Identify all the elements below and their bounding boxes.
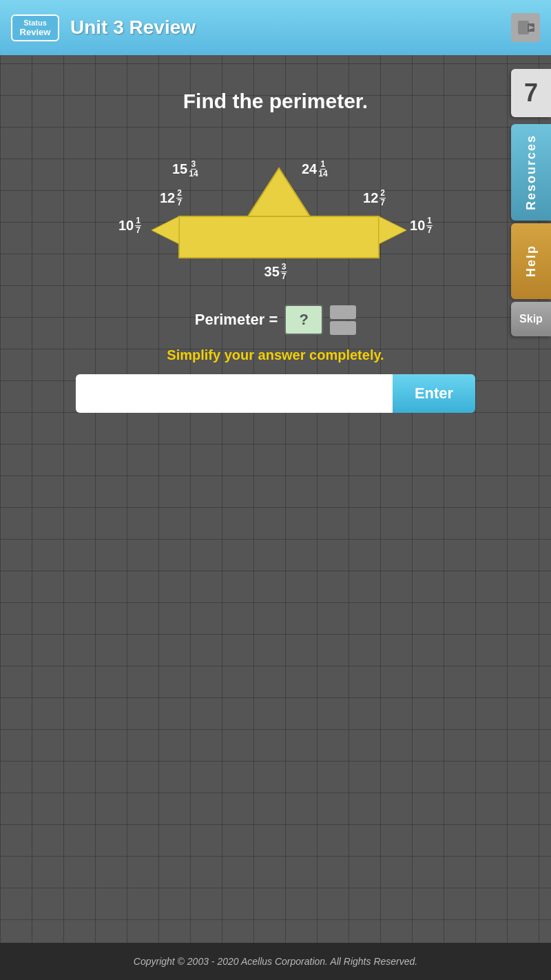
fraction-denominator-box bbox=[330, 321, 356, 335]
skip-label: Skip bbox=[519, 313, 543, 325]
copyright-text: Copyright © 2003 - 2020 Acellus Corporat… bbox=[14, 954, 537, 969]
status-value: Review bbox=[20, 27, 51, 37]
footer: Copyright © 2003 - 2020 Acellus Corporat… bbox=[0, 943, 551, 980]
resources-button[interactable]: Resources bbox=[511, 124, 551, 221]
enter-button[interactable]: Enter bbox=[393, 374, 475, 413]
fraction-answer-boxes bbox=[330, 305, 356, 335]
page-title: Unit 3 Review bbox=[70, 17, 511, 39]
perimeter-area: Perimeter = ? bbox=[195, 305, 356, 335]
answer-placeholder-box: ? bbox=[284, 305, 323, 335]
label-top-right: 24 114 bbox=[302, 160, 328, 178]
question-number: 7 bbox=[511, 69, 551, 117]
label-right-upper: 12 27 bbox=[363, 189, 386, 207]
resources-label: Resources bbox=[524, 134, 539, 210]
svg-marker-6 bbox=[248, 168, 310, 216]
help-button[interactable]: Help bbox=[511, 223, 551, 299]
shape-diagram: 15 314 24 114 12 27 12 27 bbox=[110, 134, 441, 285]
answer-input-area: Enter bbox=[76, 374, 475, 413]
header: Status Review Unit 3 Review bbox=[0, 0, 551, 55]
svg-rect-3 bbox=[179, 216, 379, 258]
exit-button[interactable] bbox=[511, 13, 540, 42]
perimeter-label: Perimeter = bbox=[195, 311, 278, 329]
answer-input[interactable] bbox=[76, 374, 393, 413]
question-prompt: Find the perimeter. bbox=[183, 90, 368, 113]
fraction-numerator-box bbox=[330, 305, 356, 319]
label-top-left: 15 314 bbox=[172, 160, 198, 178]
status-label: Status bbox=[23, 19, 47, 27]
label-left-side: 10 17 bbox=[118, 216, 141, 235]
label-left-upper: 12 27 bbox=[160, 189, 183, 207]
help-label: Help bbox=[524, 245, 539, 277]
simplify-instruction: Simplify your answer completely. bbox=[167, 347, 384, 363]
label-bottom: 35 37 bbox=[264, 263, 287, 281]
svg-marker-5 bbox=[379, 216, 406, 244]
svg-marker-4 bbox=[152, 216, 179, 244]
sidebar-right: 7 Resources Help Skip bbox=[511, 69, 551, 336]
status-badge: Status Review bbox=[11, 14, 59, 41]
label-right-side: 10 17 bbox=[410, 216, 433, 235]
svg-rect-0 bbox=[518, 21, 529, 34]
skip-button[interactable]: Skip bbox=[511, 302, 551, 336]
main-content: Find the perimeter. 15 314 24 bbox=[0, 55, 551, 447]
